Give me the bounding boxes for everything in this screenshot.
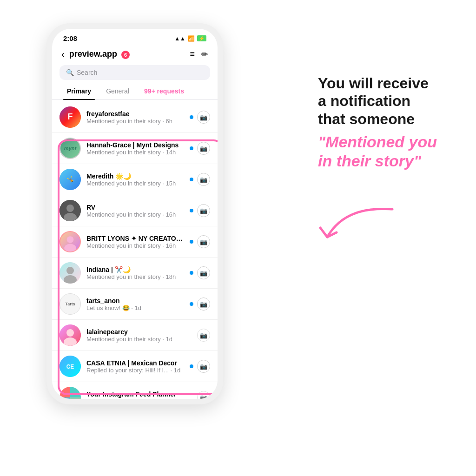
msg-meta: 📷: [190, 266, 210, 279]
phone-outer: 2:08 ▲▲ 📶 ⚡ ‹ preview.app 6 ≡: [46, 23, 223, 404]
msg-meta: 📷: [197, 329, 210, 342]
camera-icon[interactable]: 📷: [197, 111, 210, 124]
msg-text: Mentioned you in their story · 14h: [86, 149, 184, 156]
msg-username: BRITT LYONS ✦ NY CREATOR 🌙: [86, 235, 184, 242]
tab-requests[interactable]: 99+ requests: [137, 84, 192, 99]
msg-content: freyaforestfae Mentioned you in their st…: [86, 110, 184, 125]
avatar: [60, 262, 81, 284]
unread-dot: [190, 364, 193, 368]
msg-username: lalainepearcy: [86, 328, 192, 336]
list-icon[interactable]: ≡: [190, 49, 195, 60]
msg-username: Indiana | ✂️🌙: [86, 266, 184, 273]
svg-point-14: [66, 329, 74, 337]
unread-dot: [190, 115, 193, 119]
nav-bar: ‹ preview.app 6 ≡ ✏: [52, 45, 218, 63]
camera-icon[interactable]: 📷: [197, 298, 210, 311]
msg-text: Mentioned you in their story · 16h: [86, 211, 184, 218]
msg-meta: 📷: [190, 142, 210, 155]
message-list: F freyaforestfae Mentioned you in their …: [52, 102, 218, 399]
camera-icon[interactable]: 📷: [197, 266, 210, 279]
msg-text: Mentioned you in their story · 1d: [86, 336, 192, 343]
msg-username: CASA ETNIA | Mexican Decor: [86, 359, 184, 367]
arrow-svg: [309, 200, 402, 256]
svg-point-8: [67, 236, 74, 243]
search-icon: 🔍: [66, 69, 74, 76]
camera-icon[interactable]: 📷: [197, 173, 210, 186]
status-time: 2:08: [63, 34, 77, 42]
msg-text: Mentioned you in their story · 18h: [86, 273, 184, 280]
msg-username: freyaforestfae: [86, 110, 184, 118]
msg-username: tarts_anon: [86, 297, 184, 304]
avatar: CE: [60, 356, 81, 377]
scene: 2:08 ▲▲ 📶 ⚡ ‹ preview.app 6 ≡: [0, 0, 476, 476]
tab-primary[interactable]: Primary: [60, 84, 99, 99]
message-item[interactable]: Your Instagram Feed Planner Sent yesterd…: [52, 382, 218, 399]
msg-meta: 📷: [190, 204, 210, 217]
message-item[interactable]: BRITT LYONS ✦ NY CREATOR 🌙 Mentioned you…: [52, 226, 218, 258]
unread-dot: [190, 209, 193, 212]
msg-content: lalainepearcy Mentioned you in their sto…: [86, 328, 192, 343]
message-item[interactable]: CE CASA ETNIA | Mexican Decor Replied to…: [52, 351, 218, 382]
msg-meta: 📷: [190, 298, 210, 311]
svg-text:CE: CE: [66, 364, 74, 370]
nav-icons: ≡ ✏: [190, 49, 208, 60]
tab-general[interactable]: General: [99, 84, 137, 99]
nav-title: preview.app 6: [69, 49, 185, 59]
avatar: 🤸: [60, 169, 81, 190]
nav-badge: 6: [121, 51, 130, 59]
message-item[interactable]: 🤸 Meredith 🌟🌙 Mentioned you in their sto…: [52, 164, 218, 195]
wifi-icon: 📶: [188, 35, 195, 42]
message-item[interactable]: Tarts tarts_anon Let us know! 😂 · 1d 📷: [52, 289, 218, 320]
msg-content: CASA ETNIA | Mexican Decor Replied to yo…: [86, 359, 184, 374]
edit-icon[interactable]: ✏: [201, 49, 208, 60]
tabs-bar: Primary General 99+ requests: [52, 84, 218, 100]
msg-text: Sent yesterday ___: [86, 398, 192, 399]
unread-dot: [190, 178, 193, 181]
signal-icon: ▲▲: [174, 35, 185, 42]
msg-text: Let us know! 😂 · 1d: [86, 304, 184, 311]
msg-text: Mentioned you in their story · 6h: [86, 118, 184, 125]
avatar: Tarts: [60, 293, 81, 315]
msg-meta: 📷: [190, 235, 210, 248]
unread-dot: [190, 146, 193, 150]
msg-meta: 📷: [197, 391, 210, 399]
msg-content: Meredith 🌟🌙 Mentioned you in their story…: [86, 172, 184, 187]
msg-content: BRITT LYONS ✦ NY CREATOR 🌙 Mentioned you…: [86, 235, 184, 249]
svg-point-9: [64, 244, 76, 252]
msg-meta: 📷: [190, 111, 210, 124]
msg-text: Replied to your story: Hiii! If I... · 1…: [86, 367, 184, 374]
message-item[interactable]: lalainepearcy Mentioned you in their sto…: [52, 320, 218, 351]
battery-icon: ⚡: [197, 35, 206, 41]
svg-text:🤸: 🤸: [66, 176, 75, 184]
phone-inner: 2:08 ▲▲ 📶 ⚡ ‹ preview.app 6 ≡: [52, 29, 218, 399]
avatar: F: [60, 106, 81, 128]
unread-dot: [190, 271, 193, 275]
svg-point-11: [66, 267, 74, 274]
msg-text: Mentioned you in their story · 15h: [86, 180, 184, 187]
message-item[interactable]: Indiana | ✂️🌙 Mentioned you in their sto…: [52, 258, 218, 289]
msg-text: Mentioned you in their story · 16h: [86, 242, 184, 249]
right-content: You will receive a notification that som…: [318, 74, 462, 171]
camera-icon[interactable]: 📷: [197, 235, 210, 248]
message-item[interactable]: F freyaforestfae Mentioned you in their …: [52, 102, 218, 133]
avatar: mynt: [60, 138, 81, 159]
back-button[interactable]: ‹: [61, 49, 65, 60]
status-bar: 2:08 ▲▲ 📶 ⚡: [52, 29, 218, 45]
search-bar[interactable]: 🔍 Search: [60, 65, 210, 80]
highlight-text: "Mentioned youin their story": [318, 132, 462, 171]
message-item[interactable]: mynt Hannah-Grace | Mynt Designs Mention…: [52, 133, 218, 164]
camera-icon[interactable]: 📷: [197, 360, 210, 373]
camera-icon[interactable]: 📷: [197, 142, 210, 155]
camera-icon[interactable]: 📷: [197, 204, 210, 217]
search-placeholder: Search: [77, 69, 97, 76]
arrow-container: [309, 200, 402, 256]
camera-icon[interactable]: 📷: [197, 391, 210, 399]
msg-meta: 📷: [190, 173, 210, 186]
unread-dot: [190, 302, 193, 306]
phone-mockup: 2:08 ▲▲ 📶 ⚡ ‹ preview.app 6 ≡: [46, 23, 223, 404]
avatar: [60, 200, 81, 221]
message-item[interactable]: RV Mentioned you in their story · 16h 📷: [52, 195, 218, 226]
camera-icon[interactable]: 📷: [197, 329, 210, 342]
main-text: You will receive a notification that som…: [318, 74, 462, 128]
msg-username: Hannah-Grace | Mynt Designs: [86, 141, 184, 149]
